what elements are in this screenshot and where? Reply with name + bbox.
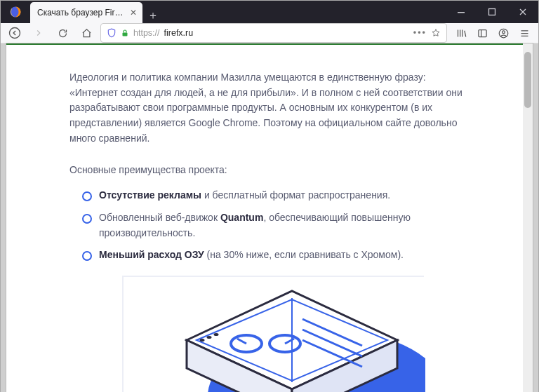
article: Идеология и политика компании Мазилла ум… bbox=[6, 45, 533, 392]
bookmark-star-icon[interactable] bbox=[431, 28, 441, 38]
tab-title: Скачать браузер Firefox для ко bbox=[37, 8, 126, 18]
benefits-list: Отсутствие рекламы и бесплатный формат р… bbox=[82, 188, 477, 263]
svg-point-21 bbox=[200, 339, 205, 342]
library-icon[interactable] bbox=[451, 23, 471, 43]
scrollbar-thumb[interactable] bbox=[524, 52, 531, 108]
svg-point-7 bbox=[502, 30, 505, 33]
toolbar: https://firefx.ru ••• bbox=[1, 23, 538, 43]
tab-active[interactable]: Скачать браузер Firefox для ко ✕ bbox=[30, 2, 142, 23]
viewport-frame: Идеология и политика компании Мазилла ум… bbox=[1, 43, 538, 392]
new-tab-button[interactable]: ＋ bbox=[142, 8, 164, 23]
tab-strip: Скачать браузер Firefox для ко ✕ ＋ bbox=[30, 1, 446, 23]
list-item: Отсутствие рекламы и бесплатный формат р… bbox=[82, 188, 477, 203]
reload-button[interactable] bbox=[53, 23, 72, 43]
shield-icon[interactable] bbox=[107, 28, 117, 38]
url-host: firefx.ru bbox=[164, 28, 194, 38]
lock-icon[interactable] bbox=[121, 29, 129, 37]
browser-window: Скачать браузер Firefox для ко ✕ ＋ https… bbox=[0, 0, 539, 392]
titlebar: Скачать браузер Firefox для ко ✕ ＋ bbox=[1, 1, 538, 23]
url-protocol: https:// bbox=[133, 28, 160, 38]
close-tab-icon[interactable]: ✕ bbox=[130, 8, 137, 18]
svg-rect-1 bbox=[458, 12, 465, 13]
close-button[interactable] bbox=[507, 1, 538, 23]
sidebar-icon[interactable] bbox=[472, 23, 492, 43]
svg-point-22 bbox=[207, 336, 212, 339]
toolbar-right bbox=[451, 23, 534, 43]
list-item: Обновленный веб-движок Quantum, обеспечи… bbox=[82, 210, 477, 241]
illustration bbox=[122, 276, 424, 392]
firefox-icon bbox=[1, 1, 30, 23]
maximize-button[interactable] bbox=[477, 1, 507, 23]
page-action-dots-icon[interactable]: ••• bbox=[413, 28, 427, 38]
svg-rect-2 bbox=[489, 9, 495, 15]
svg-point-23 bbox=[214, 333, 219, 336]
account-icon[interactable] bbox=[493, 23, 513, 43]
home-button[interactable] bbox=[76, 23, 96, 43]
list-item: Меньший расход ОЗУ (на 30% ниже, если ср… bbox=[82, 248, 477, 263]
address-bar[interactable]: https://firefx.ru ••• bbox=[100, 23, 447, 43]
list-heading: Основные преимущества проекта: bbox=[69, 163, 477, 178]
minimize-button[interactable] bbox=[446, 1, 477, 23]
menu-icon[interactable] bbox=[514, 23, 534, 43]
forward-button[interactable] bbox=[29, 23, 48, 43]
page-content: Идеология и политика компании Мазилла ум… bbox=[6, 43, 533, 392]
svg-rect-4 bbox=[123, 33, 128, 36]
svg-point-3 bbox=[10, 28, 20, 39]
svg-rect-5 bbox=[478, 29, 486, 36]
intro-paragraph: Идеология и политика компании Мазилла ум… bbox=[69, 70, 477, 146]
window-controls bbox=[446, 1, 538, 23]
scrollbar[interactable] bbox=[523, 43, 533, 392]
back-button[interactable] bbox=[5, 23, 25, 43]
